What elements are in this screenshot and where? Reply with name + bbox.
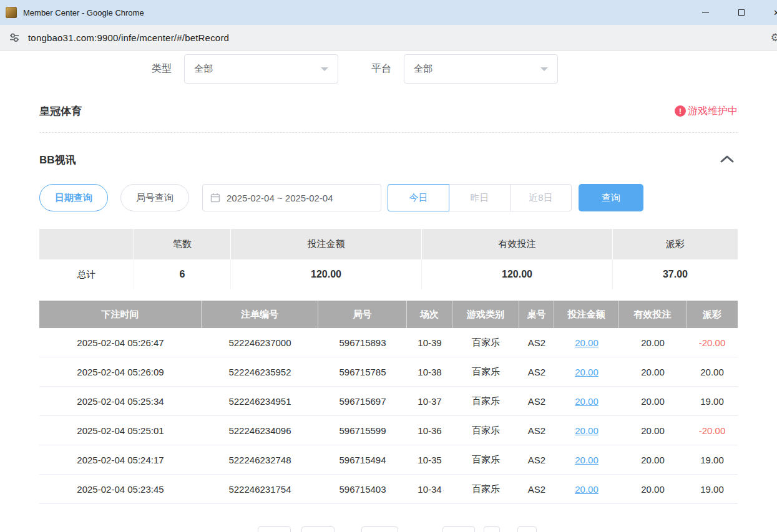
summary-total-label: 总计 [39, 259, 134, 289]
session-number: 10-34 [407, 475, 452, 503]
summary-total-row: 总计 6 120.00 120.00 37.00 [39, 259, 738, 289]
address-bar[interactable]: tongbao31.com:9900/infe/mcenter/#/betRec… [28, 32, 229, 43]
pagination-button[interactable] [442, 526, 475, 532]
bet-amount-link[interactable]: 20.00 [554, 387, 619, 415]
alert-icon [675, 105, 686, 117]
window-titlebar: Member Center - Google Chrome ✕ [0, 0, 777, 25]
type-select-value: 全部 [194, 63, 213, 75]
crown-sports-section: 皇冠体育 游戏维护中 [39, 103, 738, 119]
valid-bet: 20.00 [619, 387, 687, 415]
valid-bet: 20.00 [619, 357, 687, 386]
collapse-section-button[interactable] [716, 154, 738, 166]
chevron-up-icon [720, 155, 734, 163]
close-icon: ✕ [773, 8, 777, 17]
maximize-button[interactable] [723, 0, 759, 25]
date-range-picker[interactable]: 2025-02-04 ~ 2025-02-04 [202, 184, 381, 211]
column-header: 投注金额 [554, 301, 619, 328]
bet-time: 2025-02-04 05:24:17 [39, 445, 202, 474]
bet-id: 522246237000 [202, 328, 318, 357]
bb-live-section: BB视讯 [39, 152, 738, 168]
yesterday-button[interactable]: 昨日 [449, 184, 511, 211]
payout: 19.00 [687, 387, 738, 415]
bet-id: 522246231754 [202, 475, 318, 503]
summary-header-row: 笔数 投注金额 有效投注 派彩 [39, 229, 738, 259]
valid-bet: 20.00 [619, 475, 687, 503]
bet-id: 522246232748 [202, 445, 318, 474]
bb-live-title: BB视讯 [39, 153, 76, 167]
table-number: AS2 [519, 328, 554, 357]
summary-header-bet-amount: 投注金额 [231, 229, 422, 259]
maximize-icon [738, 9, 745, 16]
bet-record-table: 下注时间注单编号局号场次游戏类别桌号投注金额有效投注派彩 2025-02-04 … [39, 301, 738, 504]
session-number: 10-36 [407, 416, 452, 445]
quick-date-segments: 今日 昨日 近8日 [388, 184, 572, 211]
section-divider [39, 132, 738, 133]
summary-count-value: 6 [134, 259, 231, 289]
round-number: 596715785 [318, 357, 407, 386]
bet-time: 2025-02-04 05:25:34 [39, 387, 202, 415]
browser-urlbar: tongbao31.com:9900/infe/mcenter/#/betRec… [0, 25, 777, 51]
valid-bet: 20.00 [619, 328, 687, 357]
column-header: 注单编号 [202, 301, 318, 328]
summary-bet-amount-value: 120.00 [231, 259, 422, 289]
payout: -20.00 [687, 416, 738, 445]
game-type: 百家乐 [452, 445, 519, 474]
pagination-button[interactable] [361, 526, 398, 532]
table-number: AS2 [519, 416, 554, 445]
column-header: 派彩 [687, 301, 738, 328]
chevron-down-icon [321, 67, 328, 75]
summary-header-blank [39, 229, 134, 259]
browser-settings-icon[interactable]: ⚙ [771, 31, 777, 44]
summary-header-valid-bet: 有效投注 [422, 229, 613, 259]
close-button[interactable]: ✕ [759, 0, 777, 25]
summary-header-count: 笔数 [134, 229, 231, 259]
valid-bet: 20.00 [619, 445, 687, 474]
pagination [258, 526, 777, 532]
table-number: AS2 [519, 357, 554, 386]
query-toolbar: 日期查询 局号查询 2025-02-04 ~ 2025-02-04 今日 昨日 … [39, 184, 738, 211]
date-query-tab[interactable]: 日期查询 [39, 184, 108, 211]
round-query-tab[interactable]: 局号查询 [120, 184, 189, 211]
session-number: 10-39 [407, 328, 452, 357]
bet-amount-link[interactable]: 20.00 [554, 445, 619, 474]
column-header: 下注时间 [39, 301, 202, 328]
game-type: 百家乐 [452, 475, 519, 503]
pagination-button[interactable] [258, 526, 291, 532]
calendar-icon [210, 193, 220, 203]
today-button[interactable]: 今日 [388, 184, 449, 211]
summary-payout-value: 37.00 [613, 259, 738, 289]
bet-amount-link[interactable]: 20.00 [554, 328, 619, 357]
recent-8-days-button[interactable]: 近8日 [510, 184, 572, 211]
maintenance-badge: 游戏维护中 [675, 105, 738, 118]
site-settings-icon[interactable] [9, 32, 20, 43]
table-row: 2025-02-04 05:24:17522246232748596715494… [39, 445, 738, 475]
minimize-button[interactable] [688, 0, 723, 25]
platform-select[interactable]: 全部 [404, 54, 558, 84]
round-number: 596715697 [318, 387, 407, 415]
payout: -20.00 [687, 328, 738, 357]
search-button[interactable]: 查询 [579, 184, 643, 211]
summary-header-payout: 派彩 [613, 229, 738, 259]
payout: 20.00 [687, 357, 738, 386]
platform-filter-label: 平台 [371, 62, 391, 75]
pagination-button[interactable] [301, 526, 335, 532]
bet-id: 522246234096 [202, 416, 318, 445]
bet-time: 2025-02-04 05:26:09 [39, 357, 202, 386]
bet-amount-link[interactable]: 20.00 [554, 475, 619, 503]
chevron-down-icon [540, 67, 548, 75]
type-filter-label: 类型 [152, 62, 172, 75]
summary-table: 笔数 投注金额 有效投注 派彩 总计 6 120.00 120.00 37.00 [39, 229, 738, 289]
bet-amount-link[interactable]: 20.00 [554, 357, 619, 386]
bet-amount-link[interactable]: 20.00 [554, 416, 619, 445]
summary-valid-bet-value: 120.00 [422, 259, 613, 289]
minimize-icon [702, 12, 709, 13]
type-select[interactable]: 全部 [184, 54, 338, 84]
session-number: 10-37 [407, 387, 452, 415]
round-number: 596715494 [318, 445, 407, 474]
pagination-button[interactable] [484, 526, 500, 532]
round-number: 596715599 [318, 416, 407, 445]
crown-sports-title: 皇冠体育 [39, 104, 82, 118]
pagination-button[interactable] [517, 526, 537, 532]
game-type: 百家乐 [452, 328, 519, 357]
bet-table-body: 2025-02-04 05:26:47522246237000596715893… [39, 328, 738, 504]
